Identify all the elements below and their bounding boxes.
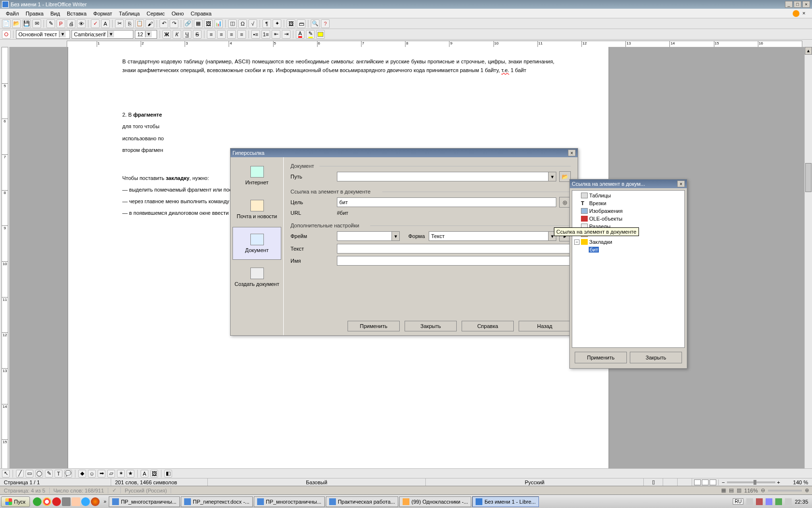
line-icon[interactable]: ╱	[16, 470, 24, 478]
menu-format[interactable]: Формат	[90, 10, 115, 17]
strike-icon[interactable]: S	[193, 30, 202, 39]
zoom-slider[interactable]: − +	[719, 479, 783, 485]
new-doc-icon[interactable]: 📄	[2, 19, 11, 28]
datasources-icon[interactable]: 🗃	[297, 19, 305, 28]
network-icon[interactable]	[775, 498, 782, 505]
gallery-icon[interactable]: 🖼	[287, 19, 295, 28]
clone-format-icon[interactable]: 🖌	[145, 19, 154, 28]
ruler-vertical[interactable]: 56 78 910 1112 1314 1516	[0, 47, 10, 493]
auto-spell-icon[interactable]: A	[101, 19, 110, 28]
taskbar-item-active[interactable]: Без имени 1 - Libre...	[472, 496, 539, 507]
extrusion-icon[interactable]: ◧	[164, 470, 172, 478]
menu-help[interactable]: Справка	[188, 10, 214, 17]
chevron-down-icon[interactable]: ▾	[107, 31, 114, 37]
image-icon[interactable]: 🖼	[204, 19, 213, 28]
spellcheck-icon[interactable]: ✓	[91, 19, 100, 28]
menu-view[interactable]: Вид	[47, 10, 63, 17]
highlight-icon[interactable]: ✎	[306, 30, 315, 39]
back-button[interactable]: Назад	[519, 321, 571, 331]
close-button[interactable]: Закрыть	[630, 352, 682, 363]
scroll-thumb[interactable]	[805, 163, 812, 192]
formula-icon[interactable]: √	[248, 19, 257, 28]
taskbar-item[interactable]: ПР_гипертекст.docx -...	[181, 496, 253, 507]
apply-button[interactable]: Применить	[348, 321, 400, 331]
minimize-button[interactable]: _	[785, 1, 793, 8]
dialog-close-icon[interactable]: ×	[568, 149, 576, 156]
zoom-icon[interactable]: 🔍	[311, 19, 319, 28]
help-button[interactable]: Справка	[462, 321, 514, 331]
field-icon[interactable]: ◫	[228, 19, 237, 28]
clock[interactable]: 22:35	[795, 499, 808, 505]
ie-icon[interactable]	[81, 497, 90, 506]
underline-icon[interactable]: Ч	[183, 30, 191, 39]
menu-insert[interactable]: Вставка	[64, 10, 89, 17]
zoom-out-icon[interactable]: −	[722, 479, 725, 485]
chevron-down-icon[interactable]: ▾	[548, 172, 556, 181]
menu-edit[interactable]: Правка	[23, 10, 46, 17]
zoom-percentage[interactable]: 140 %	[783, 478, 812, 486]
table-icon[interactable]: ▦	[194, 19, 203, 28]
bold-icon[interactable]: Ж	[162, 30, 171, 39]
menu-table[interactable]: Таблица	[116, 10, 143, 17]
chart-icon[interactable]: 📊	[214, 19, 223, 28]
single-page-icon[interactable]	[694, 479, 701, 485]
stars-icon[interactable]: ★	[127, 470, 134, 478]
opera-icon[interactable]	[52, 497, 61, 506]
taskbar-item[interactable]: ПР_многостраничны...	[254, 496, 325, 507]
chrome-icon[interactable]	[43, 497, 51, 506]
status-words[interactable]: 201 слов, 1466 символов	[111, 478, 208, 486]
copy-icon[interactable]: ⎘	[125, 19, 134, 28]
tray-icon[interactable]	[766, 498, 772, 505]
font-name-combo[interactable]: Cambria;serif ▾	[72, 30, 133, 39]
status-insert-mode[interactable]: ▯	[644, 478, 663, 486]
status-page[interactable]: Страница 1 / 1	[0, 478, 111, 486]
tree-item-ole[interactable]: OLE-объекты	[573, 215, 683, 223]
textbox-icon[interactable]: T	[55, 470, 62, 478]
chevron-right-icon[interactable]: »	[102, 499, 108, 504]
text-input[interactable]	[337, 244, 571, 254]
tree-item-frames[interactable]: T Врезки	[573, 199, 683, 207]
start-button[interactable]: Пуск	[1, 496, 30, 507]
font-color-icon[interactable]: A	[296, 30, 304, 39]
bullets-icon[interactable]: •≡	[251, 30, 260, 39]
dialog-titlebar[interactable]: Гиперссылка ×	[231, 149, 578, 157]
maximize-button[interactable]: □	[794, 1, 801, 8]
hyperlink-icon[interactable]: 🔗	[184, 19, 192, 28]
hyperlink-cat-internet[interactable]: Интернет	[232, 159, 281, 192]
nonprinting-icon[interactable]: ¶	[262, 19, 271, 28]
vertical-scrollbar[interactable]: ▲ ▼	[804, 47, 812, 493]
callout-icon[interactable]: 💬	[64, 470, 72, 478]
chevron-down-icon[interactable]: ▾	[145, 31, 152, 37]
status-signature[interactable]	[678, 478, 692, 486]
document-paragraph[interactable]: В стандартную кодовую таблицу (например,…	[122, 57, 554, 75]
utorrent-icon[interactable]	[33, 497, 42, 506]
app-icon[interactable]	[62, 497, 71, 506]
font-size-combo[interactable]: 12 ▾	[135, 30, 157, 39]
chevron-down-icon[interactable]: ▾	[59, 31, 66, 37]
menu-window[interactable]: Окно	[169, 10, 187, 17]
path-combo[interactable]: ▾	[337, 172, 556, 181]
taskbar-item[interactable]: (99) Одноклассники -...	[399, 496, 471, 507]
book-view-icon[interactable]	[710, 479, 716, 485]
tray-icon[interactable]	[756, 498, 763, 505]
firefox-icon[interactable]	[91, 497, 100, 506]
email-icon[interactable]: ✉	[32, 19, 41, 28]
status-selection-mode[interactable]	[663, 478, 678, 486]
cut-icon[interactable]: ✂	[115, 19, 124, 28]
collapse-icon[interactable]: −	[574, 239, 580, 245]
from-file-icon[interactable]: 🖼	[150, 470, 158, 478]
close-button[interactable]: ×	[802, 1, 810, 8]
menu-file[interactable]: Файл	[3, 10, 22, 17]
preview-icon[interactable]: 👁	[77, 19, 86, 28]
freeform-icon[interactable]: ✎	[45, 470, 53, 478]
form-combo[interactable]: Текст ▾	[429, 231, 556, 241]
document-paragraph[interactable]: для того чтобы	[122, 122, 554, 131]
align-left-icon[interactable]: ≡	[207, 30, 216, 39]
numbering-icon[interactable]: 1≡	[261, 30, 270, 39]
language-indicator[interactable]: RU	[733, 498, 743, 505]
menu-tools[interactable]: Сервис	[144, 10, 168, 17]
fontwork-icon[interactable]: A	[141, 470, 148, 478]
align-center-icon[interactable]: ≡	[217, 30, 226, 39]
chevron-down-icon[interactable]: ▾	[392, 232, 399, 240]
taskbar-item[interactable]: Практическая работа...	[326, 496, 398, 507]
